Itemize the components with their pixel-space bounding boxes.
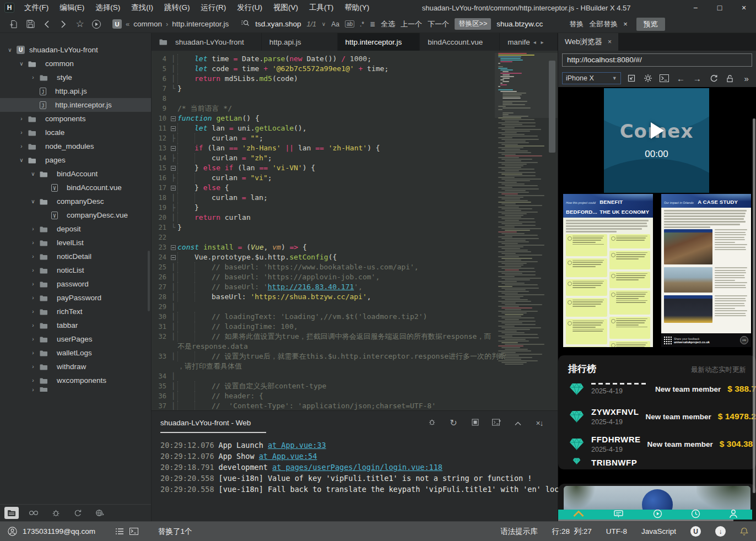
leaderboard-row[interactable]: FFDHRWRE2025-4-19New team member$ 304.38 xyxy=(568,430,746,458)
detach-window-icon[interactable] xyxy=(626,72,638,84)
match-case-toggle[interactable]: Aa xyxy=(331,20,339,28)
language-mode-label[interactable]: JavaScript xyxy=(641,527,676,535)
search-view-icon[interactable] xyxy=(26,507,41,519)
editor-tab-manife[interactable]: manife◂ ▸ xyxy=(500,33,558,51)
editor-tab-shuadan-LvYou-front[interactable]: shuadan-LvYou-front xyxy=(152,33,262,51)
breadcrumb-collapse[interactable]: « xyxy=(126,20,129,28)
tab-news-icon[interactable] xyxy=(613,510,624,520)
tree-item-bindAccount.vue[interactable]: VbindAccount.vue xyxy=(0,181,151,194)
tree-item-richText[interactable]: ›richText xyxy=(0,305,151,318)
regex-toggle[interactable]: .* xyxy=(360,20,364,28)
fold-marker[interactable] xyxy=(169,183,177,193)
menubar-item[interactable]: 工具(T) xyxy=(304,1,339,14)
forward-icon[interactable] xyxy=(55,18,72,31)
maximize-button[interactable]: □ xyxy=(708,0,732,15)
tree-item-payPassword[interactable]: ›payPassword xyxy=(0,291,151,305)
prev-match-button[interactable]: 上一个 xyxy=(401,19,422,29)
cursor-position[interactable]: 行:28 列:27 xyxy=(552,527,592,537)
tree-item[interactable]: › xyxy=(0,387,151,392)
tree-item-companyDesc[interactable]: ∨companyDesc xyxy=(0,194,151,208)
open-console-icon[interactable] xyxy=(658,72,670,84)
syntax-lib-label[interactable]: 语法提示库 xyxy=(500,527,538,537)
tab-history-icon[interactable] xyxy=(691,510,700,520)
search-input[interactable]: tsd.xyan.shop xyxy=(255,20,301,28)
lock-open-icon[interactable] xyxy=(724,72,736,84)
tree-item-style[interactable]: ›style xyxy=(0,71,151,84)
menubar-item[interactable]: 帮助(Y) xyxy=(339,1,375,14)
tree-item-pages[interactable]: ∨pages xyxy=(0,153,151,167)
fold-marker[interactable] xyxy=(169,163,177,173)
minimap[interactable] xyxy=(498,53,547,410)
web-view-icon[interactable] xyxy=(93,507,107,519)
menubar-item[interactable]: 编辑(E) xyxy=(54,1,90,14)
tree-item-common[interactable]: ∨common xyxy=(0,57,151,71)
nav-back-icon[interactable]: ← xyxy=(675,72,687,84)
tree-item-userPages[interactable]: ›userPages xyxy=(0,332,151,346)
tab-home-icon[interactable] xyxy=(573,510,585,520)
close-button[interactable]: × xyxy=(732,0,756,15)
play-icon[interactable] xyxy=(651,122,664,139)
outline-list-icon[interactable] xyxy=(115,528,124,535)
leaderboard-row[interactable]: 2025-4-19New team member$ 388.70 xyxy=(568,375,746,403)
fold-marker[interactable] xyxy=(169,113,177,123)
more-tools-icon[interactable]: » xyxy=(741,72,752,84)
menubar-item[interactable]: 视图(V) xyxy=(268,1,304,14)
select-all-button[interactable]: 全选 xyxy=(381,19,395,29)
breadcrumb-file[interactable]: http.interceptor.js xyxy=(172,20,229,28)
whole-word-toggle[interactable]: ab xyxy=(345,20,354,28)
console-restart-icon[interactable]: ↻ xyxy=(449,418,458,428)
back-icon[interactable] xyxy=(39,18,55,31)
account-email[interactable]: 1735031199@qq.com xyxy=(23,527,95,535)
reload-icon[interactable] xyxy=(708,72,720,84)
page-scrollbar[interactable] xyxy=(753,118,755,493)
tree-item-levelList[interactable]: ›levelList xyxy=(0,236,151,250)
tree-item-noticList[interactable]: ›noticList xyxy=(0,263,151,277)
tree-item-locale[interactable]: ›locale xyxy=(0,126,151,139)
chevron-down-icon[interactable]: ∨ xyxy=(322,21,326,27)
next-match-button[interactable]: 下一个 xyxy=(428,19,449,29)
tree-item-http.interceptor.js[interactable]: Jhttp.interceptor.js xyxy=(0,98,151,112)
fold-marker[interactable] xyxy=(169,242,177,252)
update-badge-icon[interactable]: U xyxy=(690,526,701,537)
account-icon[interactable] xyxy=(8,527,17,536)
universal-globe-banner[interactable] xyxy=(564,486,750,510)
tree-item-bindAccount[interactable]: ∨bindAccount xyxy=(0,167,151,181)
encoding-label[interactable]: UTF-8 xyxy=(606,527,627,535)
tree-item-tabbar[interactable]: ›tabbar xyxy=(0,318,151,332)
close-search-icon[interactable]: × xyxy=(623,20,628,28)
browser-tab-close-icon[interactable]: × xyxy=(608,38,612,46)
tab-scroll-arrows-icon[interactable]: ◂ ▸ xyxy=(533,39,546,45)
menubar-item[interactable]: 运行(R) xyxy=(196,1,232,14)
console-clear-icon[interactable]: ×↓ xyxy=(534,419,544,428)
tree-item-noticDetail[interactable]: ›noticDetail xyxy=(0,250,151,263)
refresh-view-icon[interactable] xyxy=(71,507,85,519)
debug-view-icon[interactable] xyxy=(48,507,63,519)
editor-tab-http.interceptor.js[interactable]: http.interceptor.js xyxy=(338,33,420,51)
download-badge-icon[interactable]: ↓ xyxy=(715,526,726,537)
editor-tab-http.api.js[interactable]: http.api.js xyxy=(262,33,338,51)
video-player[interactable]: Comex 00:00 xyxy=(604,88,709,193)
editor-scrollbar-thumb[interactable] xyxy=(549,61,555,153)
menubar-item[interactable]: 发行(U) xyxy=(231,1,268,14)
tree-item-companyDesc.vue[interactable]: VcompanyDesc.vue xyxy=(0,208,151,222)
multiline-toggle[interactable]: ≣ xyxy=(370,20,375,28)
replace-zone-chip[interactable]: 替换区>> xyxy=(455,18,491,30)
console-collapse-icon[interactable] xyxy=(513,419,523,428)
replace-input[interactable]: shua.btzyw.cc xyxy=(496,20,543,28)
run-icon[interactable] xyxy=(88,18,105,31)
files-view-icon[interactable] xyxy=(4,507,19,519)
tree-item-walletLogs[interactable]: ›walletLogs xyxy=(0,346,151,360)
editor-scrollbar[interactable] xyxy=(548,51,556,410)
log-source-link[interactable]: at App.vue:33 xyxy=(268,441,326,450)
terminal-icon[interactable] xyxy=(129,528,138,535)
tree-item-withdraw[interactable]: ›withdraw xyxy=(0,360,151,374)
fold-marker[interactable] xyxy=(169,123,177,133)
tab-profile-icon[interactable] xyxy=(729,510,738,520)
console-debug-icon[interactable] xyxy=(427,418,437,428)
fold-marker[interactable] xyxy=(169,143,177,153)
tree-item-password[interactable]: ›password xyxy=(0,277,151,291)
favorite-star-icon[interactable]: ☆ xyxy=(72,18,88,31)
brochure-carousel[interactable]: How this project could BENEFIT BEDFORD..… xyxy=(558,194,756,347)
browser-tab[interactable]: Web浏览器 × xyxy=(558,33,618,51)
tree-item-http.api.js[interactable]: Jhttp.api.js xyxy=(0,84,151,98)
